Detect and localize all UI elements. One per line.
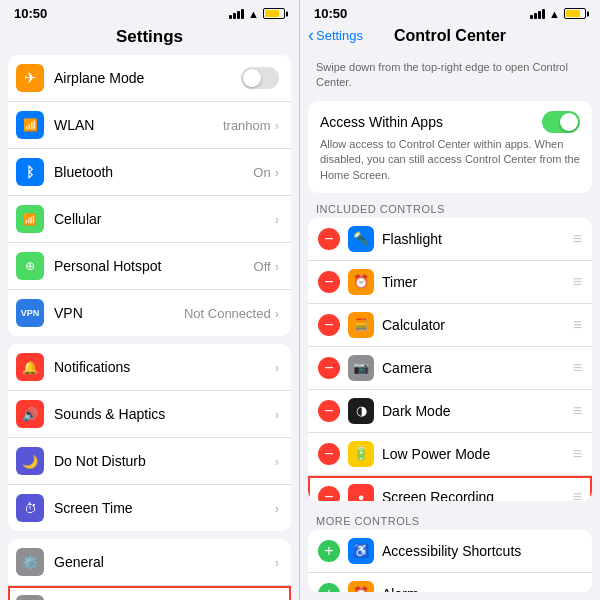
right-time: 10:50 [314, 6, 347, 21]
remove-low-power-btn[interactable]: − [318, 443, 340, 465]
control-calculator[interactable]: − 🧮 Calculator ≡ [308, 304, 592, 347]
screen-time-icon: ⏱ [16, 494, 44, 522]
low-power-drag[interactable]: ≡ [573, 445, 582, 463]
cellular-label: Cellular [54, 211, 275, 227]
general-chevron: › [275, 555, 279, 570]
bluetooth-label: Bluetooth [54, 164, 253, 180]
screen-recording-drag[interactable]: ≡ [573, 488, 582, 501]
right-status-bar: 10:50 ▲ [300, 0, 600, 25]
vpn-icon: VPN [16, 299, 44, 327]
add-accessibility-btn[interactable]: + [318, 540, 340, 562]
left-panel: 10:50 ▲ Settings ✈ Airplane Mode [0, 0, 300, 600]
access-toggle[interactable] [542, 111, 580, 133]
setting-sounds[interactable]: 🔊 Sounds & Haptics › [8, 391, 291, 438]
dark-mode-icon: ◑ [348, 398, 374, 424]
back-button[interactable]: ‹ Settings [308, 25, 363, 46]
add-alarm-btn[interactable]: + [318, 583, 340, 592]
cellular-icon: 📶 [16, 205, 44, 233]
control-center-icon: ⊞ [16, 595, 44, 600]
remove-flashlight-btn[interactable]: − [318, 228, 340, 250]
setting-screen-time[interactable]: ⏱ Screen Time › [8, 485, 291, 531]
setting-airplane-mode[interactable]: ✈ Airplane Mode [8, 55, 291, 102]
setting-vpn[interactable]: VPN VPN Not Connected › [8, 290, 291, 336]
timer-drag[interactable]: ≡ [573, 273, 582, 291]
airplane-label: Airplane Mode [54, 70, 241, 86]
right-wifi-icon: ▲ [549, 8, 560, 20]
setting-do-not-disturb[interactable]: 🌙 Do Not Disturb › [8, 438, 291, 485]
control-flashlight[interactable]: − 🔦 Flashlight ≡ [308, 218, 592, 261]
screen-time-chevron: › [275, 501, 279, 516]
hotspot-chevron: › [275, 259, 279, 274]
general-icon: ⚙️ [16, 548, 44, 576]
alarm-label: Alarm [382, 586, 582, 592]
control-screen-recording[interactable]: − ● Screen Recording ≡ 2 [308, 476, 592, 501]
right-page-title: Control Center [394, 27, 506, 45]
section-general: ⚙️ General › ⊞ Control Center › 1 ☀️ Dis… [8, 539, 291, 600]
control-dark-mode[interactable]: − ◑ Dark Mode ≡ [308, 390, 592, 433]
access-label: Access Within Apps [320, 114, 443, 130]
remove-timer-btn[interactable]: − [318, 271, 340, 293]
included-controls-list: − 🔦 Flashlight ≡ − ⏰ Timer ≡ − 🧮 Calcula… [308, 218, 592, 501]
airplane-toggle[interactable] [241, 67, 279, 89]
wlan-value: tranhom [223, 118, 271, 133]
wifi-icon: ▲ [248, 8, 259, 20]
camera-drag[interactable]: ≡ [573, 359, 582, 377]
access-within-apps-row[interactable]: Access Within Apps Allow access to Contr… [308, 101, 592, 193]
battery-icon [263, 8, 285, 19]
control-camera[interactable]: − 📷 Camera ≡ [308, 347, 592, 390]
vpn-label: VPN [54, 305, 184, 321]
sounds-label: Sounds & Haptics [54, 406, 275, 422]
back-arrow-icon: ‹ [308, 25, 314, 46]
alarm-icon: ⏰ [348, 581, 374, 592]
setting-control-center[interactable]: ⊞ Control Center › 1 [8, 586, 291, 600]
control-low-power[interactable]: − 🔋 Low Power Mode ≡ [308, 433, 592, 476]
section-network: ✈ Airplane Mode 📶 WLAN tranhom › ᛒ Bluet… [8, 55, 291, 336]
low-power-label: Low Power Mode [382, 446, 569, 462]
setting-general[interactable]: ⚙️ General › [8, 539, 291, 586]
left-status-icons: ▲ [229, 8, 285, 20]
dnd-label: Do Not Disturb [54, 453, 275, 469]
section-notifications: 🔔 Notifications › 🔊 Sounds & Haptics › 🌙… [8, 344, 291, 531]
info-box: Swipe down from the top-right edge to op… [300, 52, 600, 101]
setting-personal-hotspot[interactable]: ⊕ Personal Hotspot Off › [8, 243, 291, 290]
calculator-drag[interactable]: ≡ [573, 316, 582, 334]
timer-label: Timer [382, 274, 569, 290]
remove-camera-btn[interactable]: − [318, 357, 340, 379]
notifications-label: Notifications [54, 359, 275, 375]
remove-calculator-btn[interactable]: − [318, 314, 340, 336]
remove-dark-mode-btn[interactable]: − [318, 400, 340, 422]
dark-mode-drag[interactable]: ≡ [573, 402, 582, 420]
right-nav-bar: ‹ Settings Control Center [300, 25, 600, 52]
setting-notifications[interactable]: 🔔 Notifications › [8, 344, 291, 391]
setting-wlan[interactable]: 📶 WLAN tranhom › [8, 102, 291, 149]
low-power-icon: 🔋 [348, 441, 374, 467]
bluetooth-chevron: › [275, 165, 279, 180]
right-panel: 10:50 ▲ ‹ Settings Control Center Swipe … [300, 0, 600, 600]
wlan-label: WLAN [54, 117, 223, 133]
dnd-chevron: › [275, 454, 279, 469]
back-label: Settings [316, 28, 363, 43]
signal-icon [229, 9, 244, 19]
dark-mode-label: Dark Mode [382, 403, 569, 419]
control-alarm[interactable]: + ⏰ Alarm [308, 573, 592, 592]
left-time: 10:50 [14, 6, 47, 21]
flashlight-label: Flashlight [382, 231, 569, 247]
more-header: MORE CONTROLS [300, 509, 600, 530]
control-accessibility-shortcuts[interactable]: + ♿ Accessibility Shortcuts [308, 530, 592, 573]
hotspot-value: Off [254, 259, 271, 274]
dnd-icon: 🌙 [16, 447, 44, 475]
setting-bluetooth[interactable]: ᛒ Bluetooth On › [8, 149, 291, 196]
accessibility-shortcuts-label: Accessibility Shortcuts [382, 543, 582, 559]
remove-screen-recording-btn[interactable]: − [318, 486, 340, 501]
notifications-chevron: › [275, 360, 279, 375]
flashlight-drag[interactable]: ≡ [573, 230, 582, 248]
cellular-chevron: › [275, 212, 279, 227]
included-header: INCLUDED CONTROLS [300, 197, 600, 218]
vpn-value: Not Connected [184, 306, 271, 321]
control-timer[interactable]: − ⏰ Timer ≡ [308, 261, 592, 304]
hotspot-label: Personal Hotspot [54, 258, 254, 274]
right-signal-icon [530, 9, 545, 19]
setting-cellular[interactable]: 📶 Cellular › [8, 196, 291, 243]
airplane-icon: ✈ [16, 64, 44, 92]
camera-icon: 📷 [348, 355, 374, 381]
